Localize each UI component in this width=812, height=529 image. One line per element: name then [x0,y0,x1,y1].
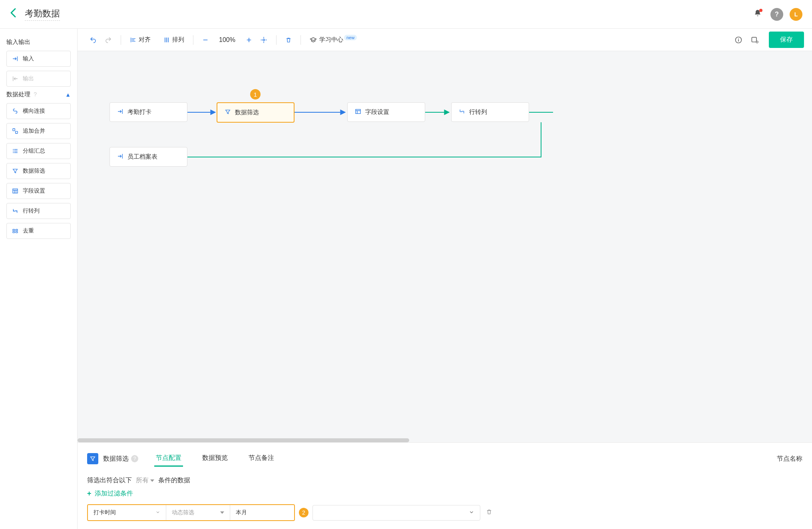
filter-description: 筛选出符合以下 所有 条件的数据 [87,476,802,485]
notification-badge [759,9,762,12]
node-fields[interactable]: 字段设置 [347,102,425,122]
tab-preview[interactable]: 数据预览 [201,451,229,467]
link-icon [12,108,19,114]
user-avatar[interactable]: L [790,8,802,21]
app-header: 考勤数据 ? L [0,0,812,29]
sidebar-append[interactable]: 追加合并 [6,123,71,139]
node-label: 字段设置 [365,108,389,116]
filter-icon [225,109,231,116]
svg-rect-5 [13,231,15,233]
svg-rect-15 [356,109,360,114]
chevron-down-icon [220,511,224,514]
align-icon [130,37,136,43]
config-panel: 数据筛选 ? 节点配置 数据预览 节点备注 节点名称 筛选出符合以下 所有 条件… [78,442,812,529]
pivot-icon [12,208,19,214]
section-process-header: 数据处理 ? ▲ [6,91,71,98]
filter-row: 打卡时间 动态筛选 本月 2 [87,504,802,521]
sidebar-fields[interactable]: 字段设置 [6,183,71,199]
notifications-button[interactable] [751,8,764,21]
delete-filter-button[interactable] [486,509,492,517]
filter-condition-group: 打卡时间 动态筛选 本月 [87,504,295,521]
connectors [78,51,812,442]
svg-rect-6 [16,231,18,233]
sidebar-join[interactable]: 横向连接 [6,103,71,119]
svg-rect-3 [13,229,15,231]
callout-marker-1: 1 [250,89,261,99]
callout-marker-2: 2 [299,508,308,517]
tab-config[interactable]: 节点配置 [154,451,183,467]
node-input-attendance[interactable]: 考勤打卡 [109,102,187,122]
minus-icon [202,37,209,43]
node-input-employees[interactable]: 员工档案表 [109,147,187,167]
sidebar-output[interactable]: 输出 [6,71,71,87]
redo-button[interactable] [101,34,116,46]
chevron-down-icon [469,509,474,516]
plus-icon [246,37,252,43]
new-badge: new [344,35,357,40]
add-filter-button[interactable]: + 添加过滤条件 [87,489,802,498]
node-filter[interactable]: 数据筛选 [217,102,295,123]
sidebar: 输入输出 输入 输出 数据处理 ? ▲ 横向连接 [0,29,78,529]
filter-value-select[interactable]: 本月 [230,505,294,520]
table-icon [355,108,361,116]
tab-note[interactable]: 节点备注 [247,451,276,467]
section-io-header: 输入输出 [6,38,71,46]
page-title[interactable]: 考勤数据 [25,8,60,21]
toolbar: 对齐 排列 100% 学习中心 [78,29,812,51]
sidebar-group[interactable]: 分组汇总 [6,143,71,159]
sidebar-dedup[interactable]: 去重 [6,223,71,239]
delete-button[interactable] [281,34,296,46]
arrange-icon [163,37,170,43]
node-pivot[interactable]: 行转列 [451,102,529,122]
filter-mode-select[interactable]: 动态筛选 [166,505,230,520]
sidebar-item-label: 数据筛选 [23,167,45,175]
save-button[interactable]: 保存 [769,32,804,48]
sidebar-input-label: 输入 [23,55,34,62]
zoom-level: 100% [213,36,242,44]
output-icon [12,76,19,82]
learn-button[interactable]: 学习中心 new [306,34,361,46]
node-label: 行转列 [469,108,487,116]
back-button[interactable] [10,7,17,21]
list-icon [12,148,19,154]
zoom-out-button[interactable] [198,34,213,46]
db-button[interactable] [746,34,762,46]
graduation-icon [310,36,317,44]
fit-button[interactable] [256,34,271,46]
sidebar-item-label: 字段设置 [23,187,45,195]
help-button[interactable]: ? [770,8,783,21]
trash-icon [486,509,492,515]
dedup-icon [12,228,19,234]
sidebar-item-label: 分组汇总 [23,147,45,155]
sidebar-filter[interactable]: 数据筛选 [6,163,71,179]
target-icon [260,36,267,44]
trash-icon [285,37,292,43]
sidebar-item-label: 去重 [23,227,34,235]
undo-icon [90,36,97,44]
filter-value-detail[interactable] [312,505,480,521]
zoom-in-button[interactable] [242,34,256,46]
help-icon[interactable]: ? [131,455,138,462]
info-button[interactable] [730,34,746,46]
align-button[interactable]: 对齐 [126,34,155,46]
flow-canvas[interactable]: 考勤打卡 1 数据筛选 字段设置 行转列 [78,51,812,442]
filter-field-select[interactable]: 打卡时间 [88,505,166,520]
undo-button[interactable] [86,34,101,46]
filter-icon [87,453,98,464]
plus-icon: + [87,489,92,498]
sidebar-input[interactable]: 输入 [6,51,71,67]
chevron-left-icon [10,7,17,18]
sidebar-pivot[interactable]: 行转列 [6,203,71,219]
svg-rect-0 [13,129,15,131]
node-name-label: 节点名称 [777,455,802,463]
info-icon [734,36,742,44]
arrange-button[interactable]: 排列 [159,34,188,46]
svg-rect-9 [752,37,756,42]
chevron-down-icon [155,510,160,516]
svg-rect-2 [13,189,18,193]
horizontal-scrollbar[interactable] [78,438,409,442]
chevron-down-icon [150,479,154,482]
pivot-icon [459,108,465,116]
filter-logic-select[interactable]: 所有 [136,476,154,485]
redo-icon [105,36,112,44]
